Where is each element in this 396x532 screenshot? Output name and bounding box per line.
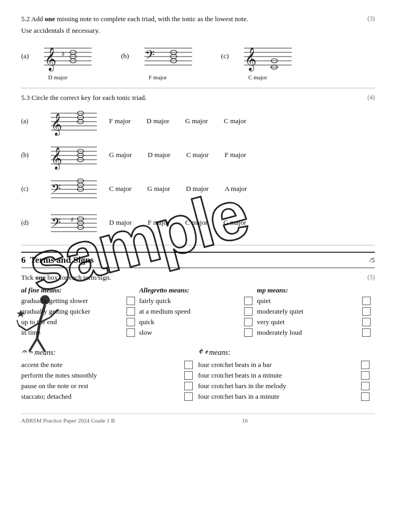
- s53-option-a1[interactable]: F major: [109, 117, 131, 125]
- section-6: 6 Terms and Signs /5 Tick one box for ea…: [21, 252, 375, 403]
- s52-staff-a: 𝄞 ♯: [31, 40, 94, 72]
- terms-col-mp: mp means: quiet moderately quiet very qu…: [257, 286, 375, 339]
- s53-options-d: D major F major C major G major: [109, 218, 246, 227]
- signs1-checkbox-2[interactable]: [184, 371, 193, 380]
- col1-checkbox-3[interactable]: [127, 318, 135, 326]
- svg-text:♯: ♯: [70, 216, 74, 224]
- signs-col-commontime: 𝄵 𝄵 means: four crotchet beats in a bar …: [198, 346, 375, 403]
- signs2-checkbox-2[interactable]: [361, 371, 370, 380]
- section-52: 5.2 Add one missing note to complete eac…: [21, 15, 375, 80]
- signs2-checkbox-3[interactable]: [361, 382, 370, 390]
- s53-options-a: F major D major G major C major: [109, 117, 246, 125]
- svg-text:𝄞: 𝄞: [51, 147, 62, 170]
- signs2-item-4: four crotchet bars in a minute: [198, 392, 370, 401]
- col1-item-2: gradually getting quicker: [21, 307, 135, 316]
- s53-option-a2[interactable]: D major: [147, 117, 169, 125]
- svg-text:𝄢: 𝄢: [145, 48, 155, 65]
- svg-text:𝄢: 𝄢: [51, 216, 61, 232]
- signs-col1-header: 𝄐 𝄐 means:: [21, 346, 193, 357]
- s52-item-a: (a) 𝄞 ♯: [21, 40, 94, 80]
- section-53-score: (4): [367, 94, 375, 102]
- col3-item-4: moderately loud: [257, 328, 371, 337]
- col2-checkbox-2[interactable]: [244, 307, 253, 316]
- s53-option-d3[interactable]: C major: [185, 218, 208, 227]
- s53-option-b4[interactable]: F major: [224, 151, 246, 159]
- col1-checkbox-1[interactable]: [127, 297, 135, 305]
- signs1-item-1: accent the note: [21, 361, 193, 369]
- col1-item-4: in time: [21, 328, 135, 337]
- signs2-checkbox-1[interactable]: [361, 361, 370, 369]
- s52-notelabel-c: C major: [248, 74, 267, 80]
- s52-notelabel-b: F major: [149, 74, 167, 80]
- s53-label-a: (a): [21, 117, 32, 125]
- s53-option-b3[interactable]: C major: [186, 151, 209, 159]
- s52-notation-b: (b) 𝄢: [121, 40, 194, 72]
- s52-item-b: (b) 𝄢 F major: [121, 40, 194, 80]
- section-52-score: (3): [367, 15, 375, 23]
- s53-option-c2[interactable]: G major: [147, 185, 170, 193]
- col1-item-1: gradually getting slower: [21, 297, 135, 305]
- col3-checkbox-4[interactable]: [362, 328, 371, 337]
- s53-option-d1[interactable]: D major: [109, 218, 132, 227]
- s53-option-c3[interactable]: D major: [186, 185, 209, 193]
- col3-checkbox-1[interactable]: [362, 297, 371, 305]
- col3-header: mp means:: [257, 286, 371, 295]
- section6-score: /5: [370, 256, 375, 264]
- terms-col-alfine: al fine means: gradually getting slower …: [21, 286, 139, 339]
- svg-line-69: [17, 320, 19, 325]
- s53-option-b2[interactable]: D major: [148, 151, 170, 159]
- s52-notation-a: (a) 𝄞 ♯: [21, 40, 94, 72]
- terms-points: (5): [367, 273, 375, 281]
- signs2-item-3: four crotchet bars in the melody: [198, 382, 370, 390]
- s53-option-d4[interactable]: G major: [223, 218, 246, 227]
- s53-label-c: (c): [21, 185, 32, 193]
- signs1-checkbox-4[interactable]: [184, 392, 193, 401]
- s52-notation-c: (c) 𝄞: [221, 40, 294, 72]
- col2-checkbox-1[interactable]: [244, 297, 253, 305]
- divider-53-6: [21, 245, 375, 245]
- section-52-instruction2: Use accidentals if necessary.: [21, 26, 375, 35]
- s53-option-c4[interactable]: A major: [224, 185, 247, 193]
- footer-left: ABRSM Practice Paper 2024 Grade 1 B: [21, 417, 115, 424]
- s53-option-b1[interactable]: G major: [109, 151, 132, 159]
- col3-item-3: very quiet: [257, 318, 371, 326]
- s52-label-a: (a): [21, 52, 29, 60]
- s53-option-d2[interactable]: F major: [148, 218, 169, 227]
- s52-label-b: (b): [121, 52, 129, 60]
- s53-option-a3[interactable]: G major: [185, 117, 208, 125]
- s53-label-b: (b): [21, 151, 32, 159]
- signs2-checkbox-4[interactable]: [361, 392, 370, 401]
- col1-checkbox-2[interactable]: [127, 307, 135, 316]
- s52-item-c: (c) 𝄞: [221, 40, 294, 80]
- signs1-item-4: staccato; detached: [21, 392, 193, 401]
- section-53-instruction: Circle the correct key for each tonic tr…: [32, 94, 147, 102]
- col3-item-1: quiet: [257, 297, 371, 305]
- fermata-symbol: 𝄐: [21, 346, 26, 357]
- svg-text:♯: ♯: [61, 50, 65, 58]
- section6-header: 6 Terms and Signs /5: [21, 252, 375, 268]
- signs1-checkbox-3[interactable]: [184, 382, 193, 390]
- col3-checkbox-3[interactable]: [362, 318, 371, 326]
- col3-checkbox-2[interactable]: [362, 307, 371, 316]
- signs-col-fermata: 𝄐 𝄐 means: accent the note perform the n…: [21, 346, 198, 403]
- section-52-instruction: Add one missing note to complete each tr…: [31, 15, 248, 23]
- section-52-header: 5.2 Add one missing note to complete eac…: [21, 15, 375, 23]
- col2-item-1: fairly quick: [139, 297, 253, 305]
- section-52-number: 5.2: [21, 15, 30, 23]
- s53-row-b: (b) 𝄞 G major D major C major F major: [21, 140, 375, 170]
- s52-label-c: (c): [221, 52, 229, 60]
- terms-three-cols: al fine means: gradually getting slower …: [21, 286, 375, 339]
- s53-option-a4[interactable]: C major: [224, 117, 246, 125]
- s52-staff-c: 𝄞: [231, 40, 294, 72]
- s53-option-c1[interactable]: C major: [109, 185, 131, 193]
- col1-checkbox-4[interactable]: [127, 328, 135, 337]
- page: 5.2 Add one missing note to complete eac…: [0, 0, 396, 434]
- signs1-item-3: pause on the note or rest: [21, 382, 193, 390]
- col2-checkbox-4[interactable]: [244, 328, 253, 337]
- section-52-items-row: (a) 𝄞 ♯: [21, 40, 375, 80]
- terms-col-allegretto: Allegretto means: fairly quick at a medi…: [139, 286, 257, 339]
- col2-checkbox-3[interactable]: [244, 318, 253, 326]
- section6-title: 6 Terms and Signs: [21, 255, 94, 265]
- signs1-checkbox-1[interactable]: [184, 361, 193, 369]
- col2-item-3: quick: [139, 318, 253, 326]
